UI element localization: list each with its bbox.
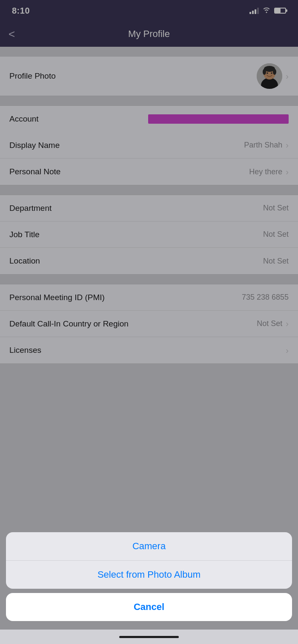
- home-bar: [119, 636, 179, 638]
- bottom-sheet-actions: Camera Select from Photo Album: [6, 532, 292, 589]
- cancel-button[interactable]: Cancel: [6, 593, 292, 621]
- cancel-container: Cancel: [6, 593, 292, 621]
- photo-album-button[interactable]: Select from Photo Album: [6, 561, 292, 589]
- camera-button[interactable]: Camera: [6, 532, 292, 561]
- bottom-sheet: Camera Select from Photo Album Cancel: [0, 532, 298, 644]
- home-indicator: [0, 630, 298, 644]
